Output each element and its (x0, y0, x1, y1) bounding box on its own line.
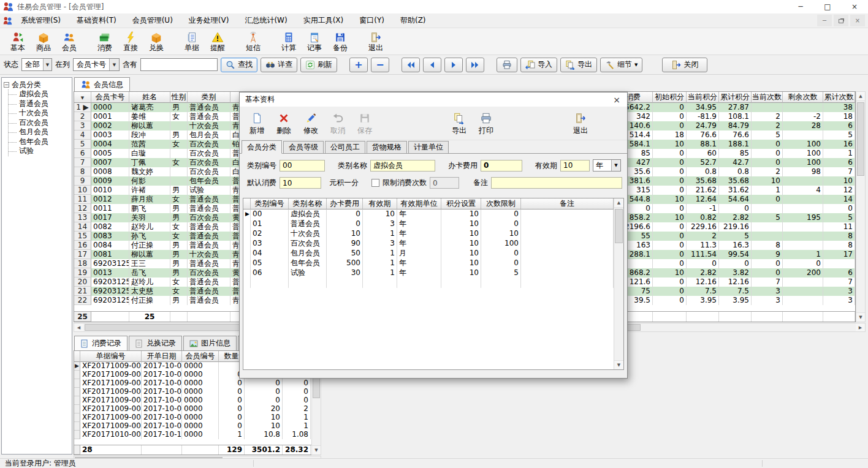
chevron-down-icon[interactable]: ▼ (611, 160, 620, 171)
scroll-down-icon[interactable]: ▼ (856, 312, 865, 322)
import-button[interactable]: 导入 (520, 58, 557, 72)
limit-input[interactable] (430, 177, 459, 189)
prev-record-button[interactable] (423, 58, 441, 72)
category-row[interactable]: 03百次会员903年10100 (243, 239, 614, 249)
remind-button[interactable]: 提醒 (205, 29, 230, 54)
col-init-points[interactable]: 初始积分 (653, 92, 687, 103)
category-row[interactable]: 04包月会员501月100 (243, 249, 614, 259)
dialog-print-button[interactable]: 打印 (473, 110, 500, 138)
window-maximize-icon[interactable]: □ (814, 0, 841, 13)
category-table-vscrollbar[interactable]: ▲ ▼ (614, 198, 623, 369)
menu-help[interactable]: 帮助(Z) (392, 15, 434, 26)
tab-consume-records[interactable]: 消费记录 (74, 336, 128, 350)
col-card[interactable]: 会员卡号 (91, 92, 129, 103)
consume-record-row[interactable]: XF20171009-00042017-10-090000000 (74, 388, 321, 396)
find-button[interactable]: 查找 (221, 58, 257, 72)
refresh-button[interactable]: 刷新 (300, 58, 337, 72)
tab-member-level[interactable]: 会员等级 (283, 141, 324, 154)
child-minimize-icon[interactable]: ─ (817, 15, 832, 26)
filter-header-cell[interactable]: ▼ (74, 92, 91, 103)
category-row[interactable]: 05包年会员5001年100 (243, 259, 614, 268)
menu-tools[interactable]: 实用工具(X) (295, 15, 352, 26)
backup-button[interactable]: 备份 (327, 29, 353, 54)
scroll-up-icon[interactable]: ▲ (614, 198, 623, 208)
tree-item[interactable]: 试验 (9, 146, 72, 156)
scroll-up-icon[interactable]: ▲ (856, 92, 865, 101)
consume-record-row[interactable]: XF20171009-00072017-10-0900000101 (74, 413, 321, 422)
default-consume-input[interactable] (280, 177, 321, 189)
dialog-close-icon[interactable]: × (606, 95, 627, 105)
dialog-exit-button[interactable]: 退出 (567, 110, 594, 138)
consume-record-row[interactable]: XF20171009-00032017-10-090000000 (74, 379, 321, 388)
name-input[interactable] (370, 160, 435, 172)
col-category-name[interactable]: 类别名称 (289, 198, 327, 209)
delete-row-button[interactable]: − (371, 58, 389, 72)
export-button[interactable]: 导出 (560, 58, 597, 72)
col-validity-unit[interactable]: 有效期单位 (397, 198, 441, 209)
col-point-setting[interactable]: 积分设置 (441, 198, 481, 209)
sms-button[interactable]: 短信 (240, 29, 266, 54)
next-record-button[interactable] (444, 58, 463, 72)
col-gender[interactable]: 性别 (170, 92, 188, 103)
col-remark[interactable]: 备注 (521, 198, 614, 209)
consume-button[interactable]: 消费 (92, 29, 118, 54)
scroll-right-icon[interactable]: ▶ (856, 323, 865, 331)
dialog-delete-button[interactable]: 删除 (270, 110, 297, 138)
add-row-button[interactable]: + (349, 58, 368, 72)
scroll-thumb[interactable] (615, 209, 623, 243)
last-record-button[interactable] (466, 58, 484, 72)
window-close-icon[interactable]: × (841, 0, 868, 13)
col-member-no[interactable]: 会员编号 (182, 351, 219, 362)
category-row[interactable]: 02十次会员101年1010 (243, 229, 614, 239)
child-restore-icon[interactable] (834, 15, 848, 26)
tree-item[interactable]: 百次会员 (9, 118, 72, 128)
calc-button[interactable]: 计算 (276, 29, 302, 54)
menu-window[interactable]: 窗口(Y) (351, 15, 392, 26)
tree-item[interactable]: 普通会员 (9, 99, 72, 109)
consume-record-row[interactable]: XF20171009-00062017-10-0900000202 (74, 405, 321, 413)
remark-input[interactable] (491, 177, 622, 189)
menu-system[interactable]: 系统管理(S) (13, 15, 69, 26)
direct-button[interactable]: 直接 (118, 29, 143, 54)
code-input[interactable] (280, 160, 325, 172)
col-remain-times[interactable]: 剩余次数 (783, 92, 823, 103)
tab-goods-spec[interactable]: 货物规格 (367, 141, 407, 154)
tab-unit[interactable]: 计量单位 (408, 141, 449, 154)
dialog-export-button[interactable]: 导出 (446, 110, 473, 138)
first-record-button[interactable] (402, 58, 420, 72)
scroll-down-icon[interactable]: ▼ (312, 445, 321, 455)
dialog-new-button[interactable]: 新增 (243, 110, 270, 138)
child-close-icon[interactable]: × (850, 15, 865, 26)
col-total-times[interactable]: 累计次数 (823, 92, 855, 103)
basic-button[interactable]: 基本 (5, 29, 31, 54)
menu-base-data[interactable]: 基础资料(T) (69, 15, 124, 26)
col-cur-points[interactable]: 当前积分 (687, 92, 719, 103)
col-category-code[interactable]: 类别编号 (251, 198, 289, 209)
col-total-points[interactable]: 累计积分 (719, 92, 752, 103)
category-row[interactable]: 01普通会员03年100 (243, 219, 614, 229)
tab-company-staff[interactable]: 公司员工 (325, 141, 365, 154)
goods-button[interactable]: 商品 (31, 29, 56, 54)
tab-member-info[interactable]: 会员信息 (74, 77, 130, 91)
menu-statistics[interactable]: 汇总统计(W) (237, 15, 295, 26)
valid-unit-select[interactable]: 年 ▼ (593, 159, 621, 172)
member-table-vscrollbar[interactable]: ▲ ▼ (856, 91, 866, 322)
tree-item[interactable]: 包月会员 (9, 127, 72, 137)
detail-button[interactable]: 细节 ▼ (600, 58, 642, 72)
col-validity[interactable]: 有效期 (363, 198, 397, 209)
chevron-down-icon[interactable]: ▼ (109, 59, 119, 70)
col-name[interactable]: 姓名 (129, 92, 170, 103)
scroll-left-icon[interactable]: ◀ (74, 323, 83, 331)
dialog-modify-button[interactable]: 修改 (297, 110, 324, 138)
contains-input[interactable] (140, 58, 218, 71)
menu-member[interactable]: 会员管理(U) (124, 15, 181, 26)
tree-root[interactable]: − 会员分类 (4, 80, 72, 89)
tree-collapse-icon[interactable]: − (4, 82, 9, 88)
valid-input[interactable] (560, 160, 590, 172)
tab-exchange-records[interactable]: 兑换记录 (129, 336, 182, 350)
col-bill-date[interactable]: 开单日期 (142, 351, 182, 362)
scroll-down-icon[interactable]: ▼ (614, 360, 623, 369)
category-row[interactable]: 06试验301年105 (243, 268, 614, 278)
inspect-button[interactable]: 详查 (261, 58, 297, 72)
dialog-title-bar[interactable]: 基本资料 × (240, 92, 627, 107)
